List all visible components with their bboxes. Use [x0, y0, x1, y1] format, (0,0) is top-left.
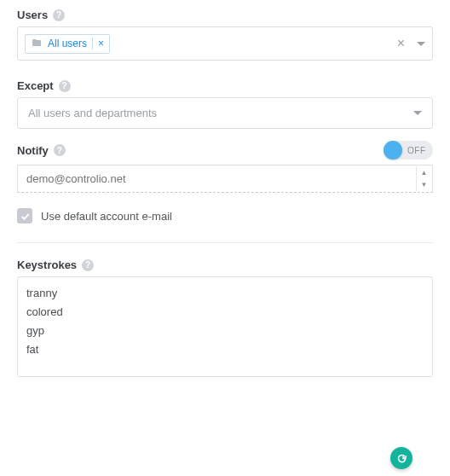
keystrokes-line: gyp — [26, 322, 424, 340]
spinner-down[interactable]: ▼ — [417, 179, 431, 192]
users-label: Users — [17, 9, 48, 21]
users-multiselect[interactable]: All users × × — [17, 26, 433, 61]
users-tag-label: All users — [48, 38, 87, 49]
notify-email-input[interactable] — [17, 165, 433, 193]
keystrokes-label: Keystrokes — [17, 258, 77, 271]
chevron-down-icon — [413, 111, 422, 115]
chevron-down-icon[interactable] — [417, 42, 425, 46]
help-icon[interactable]: ? — [59, 80, 71, 92]
keystrokes-line: fat — [26, 340, 424, 359]
help-icon[interactable]: ? — [82, 259, 94, 271]
notify-label: Notify — [17, 144, 49, 157]
section-divider — [17, 242, 433, 243]
toggle-knob — [384, 141, 402, 160]
spinner-up[interactable]: ▲ — [417, 166, 431, 179]
toggle-state: OFF — [407, 146, 426, 155]
help-icon[interactable]: ? — [54, 144, 66, 156]
except-select[interactable]: All users and departments — [17, 97, 433, 129]
keystrokes-line: tranny — [26, 284, 424, 303]
keystrokes-textarea[interactable]: tranny colored gyp fat — [17, 276, 433, 377]
folder-icon — [31, 38, 43, 50]
spinner: ▲ ▼ — [416, 166, 431, 191]
except-label: Except — [17, 79, 54, 92]
keystrokes-line: colored — [26, 303, 424, 322]
use-default-email-checkbox[interactable] — [17, 208, 32, 223]
users-tag-remove[interactable]: × — [92, 38, 104, 49]
users-tag: All users × — [25, 34, 110, 54]
clear-icon[interactable]: × — [397, 36, 405, 51]
use-default-email-label: Use default account e-mail — [41, 210, 172, 223]
except-placeholder: All users and departments — [28, 107, 157, 119]
notify-toggle[interactable]: OFF — [384, 141, 433, 160]
help-icon[interactable]: ? — [53, 9, 65, 21]
